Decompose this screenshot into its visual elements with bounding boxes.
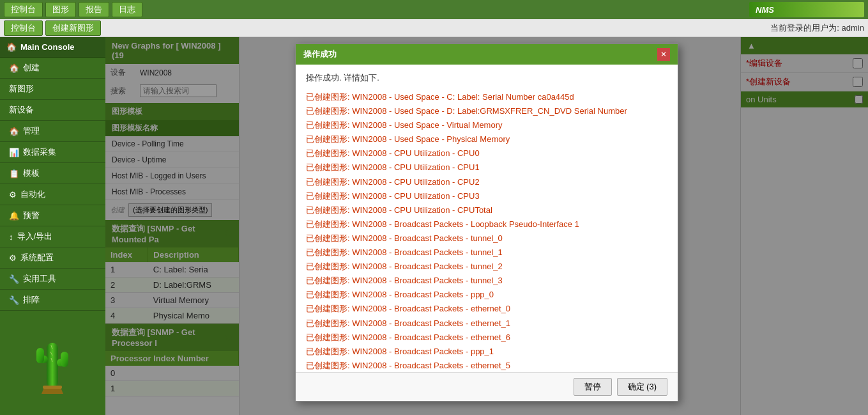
sidebar-title: Main Console bbox=[20, 42, 75, 52]
modal-header: 操作成功 ✕ bbox=[296, 44, 678, 65]
modal-title: 操作成功 bbox=[303, 49, 337, 60]
sidebar-item-utils[interactable]: 🔧 实用工具 bbox=[0, 269, 105, 290]
manage-icon: 🏠 bbox=[9, 127, 19, 136]
modal-line: 已创建图形: WIN2008 - Broadcast Packets - tun… bbox=[306, 231, 667, 246]
top-nav: 控制台 图形 报告 日志 NMS bbox=[0, 0, 868, 19]
nav-btn-report[interactable]: 报告 bbox=[79, 2, 109, 17]
sidebar-item-troubleshoot[interactable]: 🔧 排障 bbox=[0, 290, 105, 311]
svg-rect-2 bbox=[47, 343, 58, 388]
sidebar-item-new-device[interactable]: 新设备 bbox=[0, 100, 105, 121]
sidebar-house-icon: 🏠 bbox=[6, 42, 17, 52]
sidebar-item-automation[interactable]: ⚙ 自动化 bbox=[0, 184, 105, 205]
modal-line: 已创建图形: WIN2008 - Broadcast Packets - eth… bbox=[306, 331, 667, 345]
svg-rect-11 bbox=[43, 386, 62, 389]
sidebar-item-label-datacollect: 数据采集 bbox=[23, 146, 56, 158]
sidebar-item-create[interactable]: 🏠 创建 bbox=[0, 58, 105, 79]
sidebar-item-label-automation: 自动化 bbox=[20, 189, 45, 200]
modal-content-lines: 已创建图形: WIN2008 - Used Space - C: Label: … bbox=[306, 90, 667, 372]
sidebar-item-template[interactable]: 📋 模板 bbox=[0, 163, 105, 184]
modal-line: 已创建图形: WIN2008 - CPU Utilization - CPU0 bbox=[306, 146, 667, 161]
datacollect-icon: 📊 bbox=[9, 148, 19, 157]
second-nav-btn-new-graph[interactable]: 创建新图形 bbox=[45, 20, 101, 36]
sidebar-header: 🏠 Main Console bbox=[0, 37, 105, 58]
modal-line: 已创建图形: WIN2008 - Used Space - Physical M… bbox=[306, 132, 667, 146]
sidebar-item-label-sysconfig: 系统配置 bbox=[20, 252, 54, 263]
sidebar-item-label-importexport: 导入/导出 bbox=[17, 231, 53, 242]
sidebar-item-label-manage: 管理 bbox=[23, 125, 40, 137]
svg-rect-4 bbox=[36, 348, 44, 363]
modal-line: 已创建图形: WIN2008 - Used Space - D: Label:G… bbox=[306, 104, 667, 118]
modal-close-button[interactable]: ✕ bbox=[657, 48, 670, 61]
nav-btn-console[interactable]: 控制台 bbox=[4, 2, 43, 17]
sidebar-item-label-template: 模板 bbox=[23, 168, 40, 179]
sidebar-logo bbox=[0, 311, 105, 407]
sidebar-item-new-graph[interactable]: 新图形 bbox=[0, 79, 105, 100]
modal-line: 已创建图形: WIN2008 - Broadcast Packets - Loo… bbox=[306, 217, 667, 231]
sidebar-item-sysconfig[interactable]: ⚙ 系统配置 bbox=[0, 247, 105, 269]
modal-status-text: 操作成功. 详情如下. bbox=[306, 72, 667, 84]
sidebar-item-label-alert: 预警 bbox=[23, 210, 40, 221]
nav-btn-graph[interactable]: 图形 bbox=[45, 2, 76, 17]
modal-line: 已创建图形: WIN2008 - Used Space - C: Label: … bbox=[306, 90, 667, 104]
content-area: New Graphs for [ WIN2008 ] (19 设备 WIN200… bbox=[105, 37, 868, 415]
modal-line: 已创建图形: WIN2008 - Broadcast Packets - tun… bbox=[306, 260, 667, 274]
sidebar-item-manage[interactable]: 🏠 管理 bbox=[0, 121, 105, 142]
sidebar-item-label-troubleshoot: 排障 bbox=[23, 294, 40, 306]
second-nav: 控制台 创建新图形 当前登录的用户为: admin bbox=[0, 19, 868, 37]
sidebar-item-label-newgraph: 新图形 bbox=[9, 83, 34, 95]
modal-cancel-button[interactable]: 暂停 bbox=[574, 378, 612, 396]
importexport-icon: ↕ bbox=[9, 232, 13, 242]
automation-icon: ⚙ bbox=[9, 190, 17, 200]
template-icon: 📋 bbox=[9, 169, 19, 178]
sidebar-item-label-newdevice: 新设备 bbox=[9, 104, 34, 116]
svg-text:NMS: NMS bbox=[756, 5, 774, 15]
sidebar-item-importexport[interactable]: ↕ 导入/导出 bbox=[0, 226, 105, 247]
modal-line: 已创建图形: WIN2008 - Broadcast Packets - eth… bbox=[306, 302, 667, 316]
modal-line: 已创建图形: WIN2008 - Broadcast Packets - tun… bbox=[306, 274, 667, 288]
second-nav-btn-console[interactable]: 控制台 bbox=[4, 20, 43, 36]
sysconfig-icon: ⚙ bbox=[9, 253, 17, 263]
modal-line: 已创建图形: WIN2008 - CPU Utilization - CPU3 bbox=[306, 189, 667, 203]
utils-icon: 🔧 bbox=[9, 274, 19, 284]
svg-rect-6 bbox=[61, 352, 68, 367]
modal-body: 操作成功. 详情如下. 已创建图形: WIN2008 - Used Space … bbox=[296, 65, 678, 372]
modal-line: 已创建图形: WIN2008 - Broadcast Packets - eth… bbox=[306, 317, 667, 331]
sidebar-item-label-utils: 实用工具 bbox=[23, 273, 56, 285]
sidebar-item-label-create: 创建 bbox=[23, 62, 40, 74]
modal-confirm-button[interactable]: 确定 (3) bbox=[617, 378, 668, 396]
modal-line: 已创建图形: WIN2008 - CPU Utilization - CPUTo… bbox=[306, 203, 667, 217]
troubleshoot-icon: 🔧 bbox=[9, 295, 19, 305]
logo-svg: NMS bbox=[749, 2, 864, 17]
user-info: 当前登录的用户为: admin bbox=[770, 22, 864, 34]
modal-line: 已创建图形: WIN2008 - Broadcast Packets - eth… bbox=[306, 359, 667, 372]
nav-btn-log[interactable]: 日志 bbox=[112, 2, 142, 17]
cactus-svg bbox=[27, 324, 79, 394]
modal-line: 已创建图形: WIN2008 - Broadcast Packets - ppp… bbox=[306, 345, 667, 359]
main-layout: 🏠 Main Console 🏠 创建 新图形 新设备 🏠 管理 📊 数据采集 … bbox=[0, 37, 868, 415]
modal: 操作成功 ✕ 操作成功. 详情如下. 已创建图形: WIN2008 - Used… bbox=[295, 43, 678, 402]
modal-overlay: 操作成功 ✕ 操作成功. 详情如下. 已创建图形: WIN2008 - Used… bbox=[105, 37, 868, 415]
modal-line: 已创建图形: WIN2008 - Used Space - Virtual Me… bbox=[306, 118, 667, 132]
sidebar: 🏠 Main Console 🏠 创建 新图形 新设备 🏠 管理 📊 数据采集 … bbox=[0, 37, 105, 415]
modal-footer: 暂停 确定 (3) bbox=[296, 372, 678, 401]
modal-line: 已创建图形: WIN2008 - Broadcast Packets - tun… bbox=[306, 246, 667, 260]
modal-line: 已创建图形: WIN2008 - CPU Utilization - CPU2 bbox=[306, 175, 667, 189]
create-icon: 🏠 bbox=[9, 63, 19, 73]
modal-line: 已创建图形: WIN2008 - Broadcast Packets - ppp… bbox=[306, 288, 667, 302]
modal-line: 已创建图形: WIN2008 - CPU Utilization - CPU1 bbox=[306, 161, 667, 175]
sidebar-item-alert[interactable]: 🔔 预警 bbox=[0, 205, 105, 226]
sidebar-item-datacollect[interactable]: 📊 数据采集 bbox=[0, 142, 105, 163]
alert-icon: 🔔 bbox=[9, 211, 19, 221]
